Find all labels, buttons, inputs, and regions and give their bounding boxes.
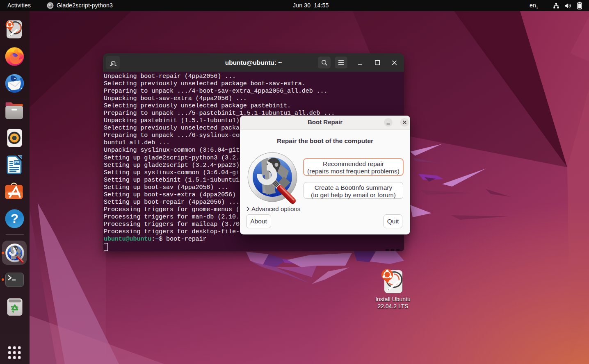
svg-text:?: ? (11, 212, 18, 226)
